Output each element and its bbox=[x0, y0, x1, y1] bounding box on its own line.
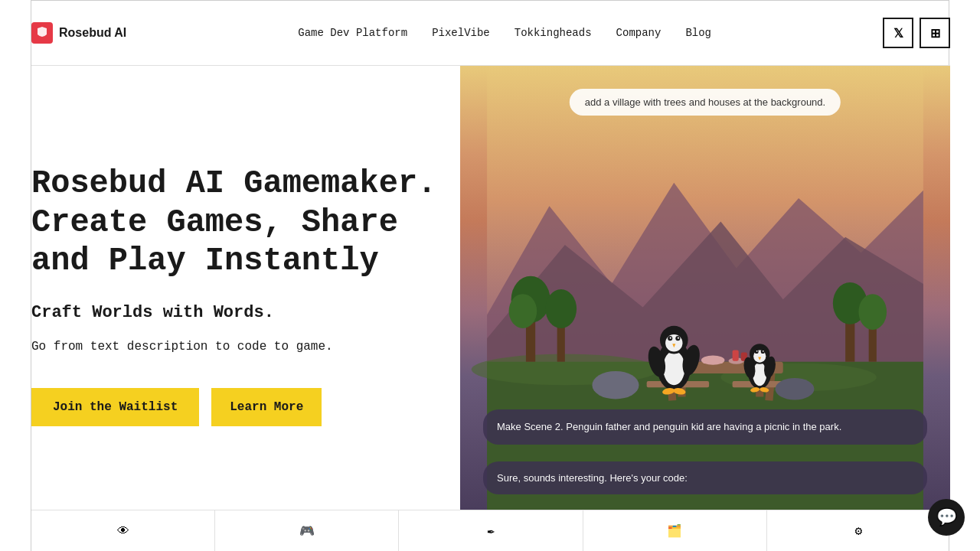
logo[interactable]: Rosebud AI bbox=[31, 22, 126, 44]
discord-icon: ⊞ bbox=[930, 26, 940, 41]
twitter-icon: 𝕏 bbox=[893, 26, 903, 41]
twitter-button[interactable]: 𝕏 bbox=[883, 18, 913, 48]
svg-point-34 bbox=[678, 337, 679, 339]
bottom-icon-3: ✒️ bbox=[487, 523, 495, 539]
nav-tokkingheads[interactable]: Tokkingheads bbox=[514, 27, 592, 39]
svg-rect-25 bbox=[733, 350, 739, 360]
hero-subtitle: Craft Worlds with Words. bbox=[31, 303, 445, 322]
hero-description: Go from text description to code to game… bbox=[31, 337, 445, 357]
bottom-bar-item-3[interactable]: ✒️ bbox=[399, 510, 583, 551]
join-waitlist-button[interactable]: Join the Waitlist bbox=[31, 388, 199, 426]
logo-text: Rosebud AI bbox=[59, 26, 126, 40]
main-nav: Game Dev Platform PixelVibe Tokkingheads… bbox=[298, 27, 711, 39]
svg-point-33 bbox=[670, 337, 671, 339]
svg-point-11 bbox=[545, 289, 577, 328]
svg-point-15 bbox=[858, 294, 887, 330]
social-icons: 𝕏 ⊞ bbox=[883, 18, 950, 48]
game-scene: add a village with trees and houses at t… bbox=[460, 66, 950, 510]
svg-point-30 bbox=[665, 334, 682, 351]
svg-point-54 bbox=[776, 378, 815, 399]
svg-point-47 bbox=[763, 350, 764, 352]
learn-more-button[interactable]: Learn More bbox=[211, 388, 322, 426]
svg-point-46 bbox=[756, 350, 758, 352]
chat-bubble-middle: Make Scene 2. Penguin father and penguin… bbox=[483, 409, 927, 445]
nav-pixelvibe[interactable]: PixelVibe bbox=[432, 27, 490, 39]
bottom-bar-item-4[interactable]: 🗂️ bbox=[583, 510, 767, 551]
chat-widget-icon: 💬 bbox=[936, 507, 957, 528]
chat-bubble-bottom: Sure, sounds interesting. Here's your co… bbox=[483, 461, 927, 494]
bottom-bar-item-2[interactable]: 🎮 bbox=[215, 510, 399, 551]
header: Rosebud AI Game Dev Platform PixelVibe T… bbox=[31, 1, 950, 66]
main-content: Rosebud AI Gamemaker. Create Games, Shar… bbox=[31, 66, 950, 510]
bottom-bar-item-5[interactable]: ⚙️ bbox=[767, 510, 950, 551]
hero-right: add a village with trees and houses at t… bbox=[460, 66, 950, 510]
bottom-bar: 👁 🎮 ✒️ 🗂️ ⚙️ bbox=[31, 510, 950, 551]
hero-buttons: Join the Waitlist Learn More bbox=[31, 388, 445, 426]
bottom-icon-5: ⚙️ bbox=[855, 523, 863, 539]
svg-point-23 bbox=[701, 356, 725, 365]
chat-bubble-top: add a village with trees and houses at t… bbox=[570, 89, 841, 116]
bottom-icon-1: 👁 bbox=[117, 524, 129, 539]
nav-blog[interactable]: Blog bbox=[685, 27, 711, 39]
bottom-bar-item-1[interactable]: 👁 bbox=[31, 510, 215, 551]
nav-game-dev[interactable]: Game Dev Platform bbox=[298, 27, 407, 39]
hero-left: Rosebud AI Gamemaker. Create Games, Shar… bbox=[31, 66, 460, 510]
chat-widget[interactable]: 💬 bbox=[928, 499, 965, 536]
logo-icon bbox=[31, 22, 53, 44]
discord-button[interactable]: ⊞ bbox=[920, 18, 950, 48]
bottom-icon-2: 🎮 bbox=[299, 523, 315, 539]
nav-company[interactable]: Company bbox=[616, 27, 662, 39]
svg-point-9 bbox=[509, 294, 537, 328]
svg-point-53 bbox=[592, 371, 639, 399]
hero-title: Rosebud AI Gamemaker. Create Games, Shar… bbox=[31, 165, 445, 280]
svg-point-28 bbox=[663, 350, 684, 385]
bottom-icon-4: 🗂️ bbox=[667, 523, 682, 539]
